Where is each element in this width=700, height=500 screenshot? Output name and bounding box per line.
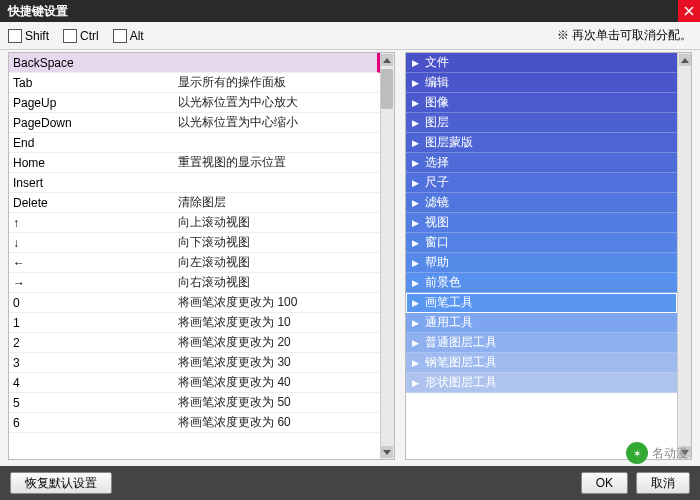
category-item[interactable]: ▶图层: [406, 113, 677, 133]
key-name: PageDown: [13, 116, 178, 130]
scroll-thumb[interactable]: [381, 69, 393, 109]
key-action: 将画笔浓度更改为 100: [178, 294, 380, 311]
shortcut-row[interactable]: 0将画笔浓度更改为 100: [9, 293, 380, 313]
shortcut-row[interactable]: →向右滚动视图: [9, 273, 380, 293]
key-name: ↓: [13, 236, 178, 250]
alt-modifier[interactable]: Alt: [113, 29, 144, 43]
category-item[interactable]: ▶尺子: [406, 173, 677, 193]
shortcut-row[interactable]: End: [9, 133, 380, 153]
category-item[interactable]: ▶选择: [406, 153, 677, 173]
key-name: Delete: [13, 196, 178, 210]
category-item[interactable]: ▶图层蒙版: [406, 133, 677, 153]
key-action: 向左滚动视图: [178, 254, 380, 271]
triangle-right-icon: ▶: [412, 238, 419, 248]
shortcut-list-pane: BackSpaceTab显示所有的操作面板PageUp以光标位置为中心放大Pag…: [8, 52, 395, 460]
category-item[interactable]: ▶窗口: [406, 233, 677, 253]
key-action: 以光标位置为中心缩小: [178, 114, 380, 131]
shortcut-row[interactable]: ←向左滚动视图: [9, 253, 380, 273]
cancel-button[interactable]: 取消: [636, 472, 690, 494]
left-scrollbar[interactable]: [380, 53, 394, 459]
category-pane: ▶文件▶编辑▶图像▶图层▶图层蒙版▶选择▶尺子▶滤镜▶视图▶窗口▶帮助▶前景色▶…: [405, 52, 692, 460]
shortcut-row[interactable]: Home重置视图的显示位置: [9, 153, 380, 173]
category-item[interactable]: ▶普通图层工具: [406, 333, 677, 353]
key-name: 6: [13, 416, 178, 430]
triangle-right-icon: ▶: [412, 118, 419, 128]
ctrl-label: Ctrl: [80, 29, 99, 43]
shortcut-row[interactable]: 2将画笔浓度更改为 20: [9, 333, 380, 353]
shortcut-row[interactable]: 4将画笔浓度更改为 40: [9, 373, 380, 393]
key-name: 2: [13, 336, 178, 350]
triangle-right-icon: ▶: [412, 98, 419, 108]
main-area: BackSpaceTab显示所有的操作面板PageUp以光标位置为中心放大Pag…: [0, 50, 700, 466]
category-item[interactable]: ▶通用工具: [406, 313, 677, 333]
shortcut-row[interactable]: BackSpace: [9, 53, 380, 73]
category-item[interactable]: ▶滤镜: [406, 193, 677, 213]
scroll-track[interactable]: [679, 67, 691, 445]
shortcut-row[interactable]: Tab显示所有的操作面板: [9, 73, 380, 93]
key-action: 将画笔浓度更改为 40: [178, 374, 380, 391]
scroll-down-button[interactable]: [381, 446, 393, 458]
shortcut-row[interactable]: 1将画笔浓度更改为 10: [9, 313, 380, 333]
scroll-up-button[interactable]: [381, 54, 393, 66]
category-label: 画笔工具: [425, 294, 473, 311]
category-label: 编辑: [425, 74, 449, 91]
hint-text: ※ 再次单击可取消分配。: [557, 27, 692, 44]
triangle-right-icon: ▶: [412, 318, 419, 328]
triangle-right-icon: ▶: [412, 138, 419, 148]
category-item[interactable]: ▶帮助: [406, 253, 677, 273]
category-label: 前景色: [425, 274, 461, 291]
shortcut-row[interactable]: Delete清除图层: [9, 193, 380, 213]
shortcut-row[interactable]: 3将画笔浓度更改为 30: [9, 353, 380, 373]
shortcut-row[interactable]: PageUp以光标位置为中心放大: [9, 93, 380, 113]
title-bar: 快捷键设置: [0, 0, 700, 22]
shortcut-row[interactable]: ↑向上滚动视图: [9, 213, 380, 233]
shortcut-row[interactable]: 6将画笔浓度更改为 60: [9, 413, 380, 433]
shortcut-row[interactable]: Insert: [9, 173, 380, 193]
ok-button[interactable]: OK: [581, 472, 628, 494]
scroll-down-button[interactable]: [679, 446, 691, 458]
close-icon: [684, 6, 694, 16]
key-name: 3: [13, 356, 178, 370]
close-button[interactable]: [678, 0, 700, 22]
shortcut-row[interactable]: PageDown以光标位置为中心缩小: [9, 113, 380, 133]
key-action: 向上滚动视图: [178, 214, 380, 231]
category-item[interactable]: ▶图像: [406, 93, 677, 113]
category-label: 视图: [425, 214, 449, 231]
ok-label: OK: [596, 476, 613, 490]
scroll-up-button[interactable]: [679, 54, 691, 66]
scroll-track[interactable]: [381, 67, 393, 445]
category-item[interactable]: ▶画笔工具: [406, 293, 677, 313]
triangle-right-icon: ▶: [412, 278, 419, 288]
category-item[interactable]: ▶形状图层工具: [406, 373, 677, 393]
triangle-right-icon: ▶: [412, 218, 419, 228]
key-action: 显示所有的操作面板: [178, 74, 380, 91]
key-action: 将画笔浓度更改为 50: [178, 394, 380, 411]
footer-bar: 恢复默认设置 OK 取消: [0, 466, 700, 500]
triangle-right-icon: ▶: [412, 178, 419, 188]
category-label: 图层: [425, 114, 449, 131]
arrow-down-icon: [681, 450, 689, 455]
key-action: 以光标位置为中心放大: [178, 94, 380, 111]
triangle-right-icon: ▶: [412, 298, 419, 308]
category-item[interactable]: ▶前景色: [406, 273, 677, 293]
shortcut-row[interactable]: 5将画笔浓度更改为 50: [9, 393, 380, 413]
category-label: 图像: [425, 94, 449, 111]
category-label: 窗口: [425, 234, 449, 251]
right-scrollbar[interactable]: [677, 53, 691, 459]
ctrl-modifier[interactable]: Ctrl: [63, 29, 99, 43]
triangle-right-icon: ▶: [412, 358, 419, 368]
category-item[interactable]: ▶钢笔图层工具: [406, 353, 677, 373]
restore-defaults-button[interactable]: 恢复默认设置: [10, 472, 112, 494]
category-label: 通用工具: [425, 314, 473, 331]
key-name: Insert: [13, 176, 178, 190]
category-item[interactable]: ▶编辑: [406, 73, 677, 93]
shortcut-row[interactable]: ↓向下滚动视图: [9, 233, 380, 253]
triangle-right-icon: ▶: [412, 198, 419, 208]
key-name: ↑: [13, 216, 178, 230]
category-item[interactable]: ▶文件: [406, 53, 677, 73]
key-name: BackSpace: [13, 56, 177, 70]
category-label: 选择: [425, 154, 449, 171]
shift-modifier[interactable]: Shift: [8, 29, 49, 43]
key-name: 4: [13, 376, 178, 390]
category-item[interactable]: ▶视图: [406, 213, 677, 233]
